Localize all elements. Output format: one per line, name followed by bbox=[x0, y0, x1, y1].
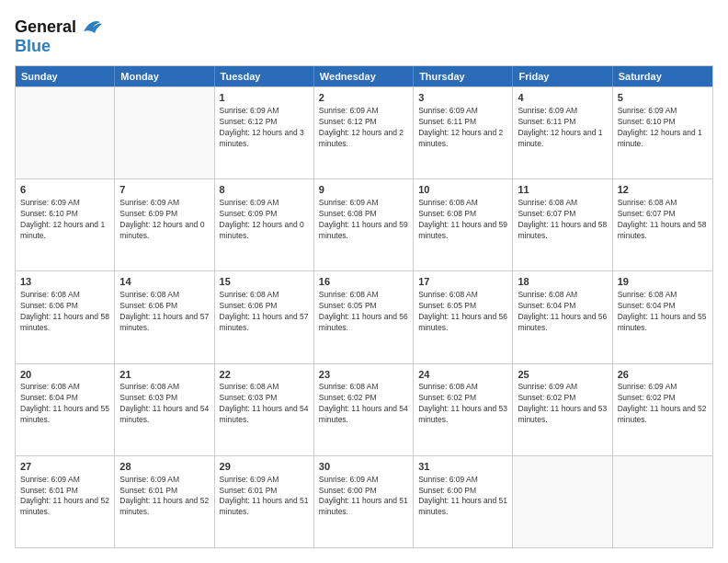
day-info: Sunrise: 6:09 AM Sunset: 6:01 PM Dayligh… bbox=[220, 475, 309, 519]
day-number: 6 bbox=[20, 183, 109, 197]
day-cell-9: 9Sunrise: 6:09 AM Sunset: 6:08 PM Daylig… bbox=[314, 179, 414, 270]
day-info: Sunrise: 6:09 AM Sunset: 6:09 PM Dayligh… bbox=[220, 198, 309, 242]
day-info: Sunrise: 6:09 AM Sunset: 6:08 PM Dayligh… bbox=[319, 198, 408, 242]
day-number: 22 bbox=[220, 368, 309, 382]
day-number: 28 bbox=[119, 460, 209, 474]
day-info: Sunrise: 6:09 AM Sunset: 6:00 PM Dayligh… bbox=[418, 475, 507, 519]
day-info: Sunrise: 6:08 AM Sunset: 6:02 PM Dayligh… bbox=[319, 382, 408, 426]
day-info: Sunrise: 6:09 AM Sunset: 6:12 PM Dayligh… bbox=[220, 106, 309, 150]
day-cell-25: 25Sunrise: 6:09 AM Sunset: 6:02 PM Dayli… bbox=[513, 364, 612, 455]
day-cell-17: 17Sunrise: 6:08 AM Sunset: 6:05 PM Dayli… bbox=[414, 271, 513, 362]
day-info: Sunrise: 6:08 AM Sunset: 6:03 PM Dayligh… bbox=[119, 382, 209, 426]
day-number: 25 bbox=[518, 368, 607, 382]
weekday-header-tuesday: Tuesday bbox=[215, 66, 314, 86]
calendar: SundayMondayTuesdayWednesdayThursdayFrid… bbox=[15, 65, 713, 548]
weekday-header-thursday: Thursday bbox=[414, 66, 513, 86]
weekday-header-monday: Monday bbox=[115, 66, 214, 86]
calendar-body: 1Sunrise: 6:09 AM Sunset: 6:12 PM Daylig… bbox=[16, 86, 712, 547]
header: General Blue bbox=[15, 15, 713, 56]
day-cell-18: 18Sunrise: 6:08 AM Sunset: 6:04 PM Dayli… bbox=[513, 271, 612, 362]
calendar-header: SundayMondayTuesdayWednesdayThursdayFrid… bbox=[16, 66, 712, 86]
day-info: Sunrise: 6:09 AM Sunset: 6:02 PM Dayligh… bbox=[618, 382, 708, 426]
logo-bird-icon bbox=[78, 15, 104, 40]
day-number: 16 bbox=[319, 275, 408, 289]
day-cell-3: 3Sunrise: 6:09 AM Sunset: 6:11 PM Daylig… bbox=[414, 87, 513, 178]
day-number: 19 bbox=[618, 275, 708, 289]
day-info: Sunrise: 6:08 AM Sunset: 6:05 PM Dayligh… bbox=[319, 290, 408, 334]
calendar-row-4: 27Sunrise: 6:09 AM Sunset: 6:01 PM Dayli… bbox=[16, 455, 712, 547]
day-number: 4 bbox=[518, 91, 607, 105]
day-cell-6: 6Sunrise: 6:09 AM Sunset: 6:10 PM Daylig… bbox=[16, 179, 115, 270]
day-info: Sunrise: 6:08 AM Sunset: 6:05 PM Dayligh… bbox=[418, 290, 507, 334]
calendar-row-1: 6Sunrise: 6:09 AM Sunset: 6:10 PM Daylig… bbox=[16, 178, 712, 270]
day-info: Sunrise: 6:08 AM Sunset: 6:04 PM Dayligh… bbox=[518, 290, 607, 334]
calendar-row-0: 1Sunrise: 6:09 AM Sunset: 6:12 PM Daylig… bbox=[16, 86, 712, 178]
day-cell-19: 19Sunrise: 6:08 AM Sunset: 6:04 PM Dayli… bbox=[613, 271, 712, 362]
day-number: 9 bbox=[319, 183, 408, 197]
day-info: Sunrise: 6:09 AM Sunset: 6:01 PM Dayligh… bbox=[119, 475, 209, 519]
empty-cell-0-1 bbox=[115, 87, 214, 178]
day-number: 10 bbox=[418, 183, 507, 197]
logo: General Blue bbox=[15, 15, 104, 56]
day-number: 20 bbox=[20, 368, 109, 382]
day-number: 8 bbox=[220, 183, 309, 197]
calendar-row-2: 13Sunrise: 6:08 AM Sunset: 6:06 PM Dayli… bbox=[16, 270, 712, 362]
day-number: 7 bbox=[119, 183, 209, 197]
day-cell-20: 20Sunrise: 6:08 AM Sunset: 6:04 PM Dayli… bbox=[16, 364, 115, 455]
day-number: 1 bbox=[220, 91, 309, 105]
day-cell-27: 27Sunrise: 6:09 AM Sunset: 6:01 PM Dayli… bbox=[16, 456, 115, 547]
day-cell-12: 12Sunrise: 6:08 AM Sunset: 6:07 PM Dayli… bbox=[613, 179, 712, 270]
day-info: Sunrise: 6:09 AM Sunset: 6:11 PM Dayligh… bbox=[518, 106, 607, 150]
weekday-header-sunday: Sunday bbox=[16, 66, 115, 86]
day-number: 30 bbox=[319, 460, 408, 474]
day-info: Sunrise: 6:08 AM Sunset: 6:07 PM Dayligh… bbox=[618, 198, 708, 242]
day-number: 24 bbox=[418, 368, 507, 382]
page: General Blue SundayMondayTuesdayWednesda… bbox=[0, 0, 728, 563]
day-info: Sunrise: 6:08 AM Sunset: 6:07 PM Dayligh… bbox=[518, 198, 607, 242]
day-number: 3 bbox=[418, 91, 507, 105]
day-cell-13: 13Sunrise: 6:08 AM Sunset: 6:06 PM Dayli… bbox=[16, 271, 115, 362]
day-cell-22: 22Sunrise: 6:08 AM Sunset: 6:03 PM Dayli… bbox=[215, 364, 314, 455]
day-info: Sunrise: 6:09 AM Sunset: 6:10 PM Dayligh… bbox=[618, 106, 708, 150]
day-number: 31 bbox=[418, 460, 507, 474]
day-number: 18 bbox=[518, 275, 607, 289]
day-info: Sunrise: 6:09 AM Sunset: 6:09 PM Dayligh… bbox=[119, 198, 209, 242]
day-info: Sunrise: 6:09 AM Sunset: 6:12 PM Dayligh… bbox=[319, 106, 408, 150]
day-number: 23 bbox=[319, 368, 408, 382]
day-info: Sunrise: 6:09 AM Sunset: 6:10 PM Dayligh… bbox=[20, 198, 109, 242]
day-cell-16: 16Sunrise: 6:08 AM Sunset: 6:05 PM Dayli… bbox=[314, 271, 414, 362]
day-number: 12 bbox=[618, 183, 708, 197]
day-number: 29 bbox=[220, 460, 309, 474]
day-info: Sunrise: 6:09 AM Sunset: 6:01 PM Dayligh… bbox=[20, 475, 109, 519]
day-number: 13 bbox=[20, 275, 109, 289]
day-cell-1: 1Sunrise: 6:09 AM Sunset: 6:12 PM Daylig… bbox=[215, 87, 314, 178]
empty-cell-0-0 bbox=[16, 87, 115, 178]
day-cell-7: 7Sunrise: 6:09 AM Sunset: 6:09 PM Daylig… bbox=[115, 179, 214, 270]
day-number: 2 bbox=[319, 91, 408, 105]
day-info: Sunrise: 6:08 AM Sunset: 6:08 PM Dayligh… bbox=[418, 198, 507, 242]
day-info: Sunrise: 6:08 AM Sunset: 6:06 PM Dayligh… bbox=[20, 290, 109, 334]
day-info: Sunrise: 6:08 AM Sunset: 6:04 PM Dayligh… bbox=[618, 290, 708, 334]
empty-cell-4-6 bbox=[613, 456, 712, 547]
day-number: 15 bbox=[220, 275, 309, 289]
day-cell-21: 21Sunrise: 6:08 AM Sunset: 6:03 PM Dayli… bbox=[115, 364, 214, 455]
day-cell-28: 28Sunrise: 6:09 AM Sunset: 6:01 PM Dayli… bbox=[115, 456, 214, 547]
day-cell-23: 23Sunrise: 6:08 AM Sunset: 6:02 PM Dayli… bbox=[314, 364, 414, 455]
day-cell-31: 31Sunrise: 6:09 AM Sunset: 6:00 PM Dayli… bbox=[414, 456, 513, 547]
day-number: 14 bbox=[119, 275, 209, 289]
weekday-header-wednesday: Wednesday bbox=[314, 66, 414, 86]
day-cell-2: 2Sunrise: 6:09 AM Sunset: 6:12 PM Daylig… bbox=[314, 87, 414, 178]
day-cell-14: 14Sunrise: 6:08 AM Sunset: 6:06 PM Dayli… bbox=[115, 271, 214, 362]
day-cell-24: 24Sunrise: 6:08 AM Sunset: 6:02 PM Dayli… bbox=[414, 364, 513, 455]
day-info: Sunrise: 6:08 AM Sunset: 6:02 PM Dayligh… bbox=[418, 382, 507, 426]
day-number: 5 bbox=[618, 91, 708, 105]
day-cell-29: 29Sunrise: 6:09 AM Sunset: 6:01 PM Dayli… bbox=[215, 456, 314, 547]
day-info: Sunrise: 6:08 AM Sunset: 6:03 PM Dayligh… bbox=[220, 382, 309, 426]
calendar-row-3: 20Sunrise: 6:08 AM Sunset: 6:04 PM Dayli… bbox=[16, 363, 712, 455]
day-info: Sunrise: 6:09 AM Sunset: 6:02 PM Dayligh… bbox=[518, 382, 607, 426]
day-info: Sunrise: 6:08 AM Sunset: 6:06 PM Dayligh… bbox=[220, 290, 309, 334]
day-cell-11: 11Sunrise: 6:08 AM Sunset: 6:07 PM Dayli… bbox=[513, 179, 612, 270]
day-info: Sunrise: 6:08 AM Sunset: 6:04 PM Dayligh… bbox=[20, 382, 109, 426]
day-cell-30: 30Sunrise: 6:09 AM Sunset: 6:00 PM Dayli… bbox=[314, 456, 414, 547]
day-cell-8: 8Sunrise: 6:09 AM Sunset: 6:09 PM Daylig… bbox=[215, 179, 314, 270]
